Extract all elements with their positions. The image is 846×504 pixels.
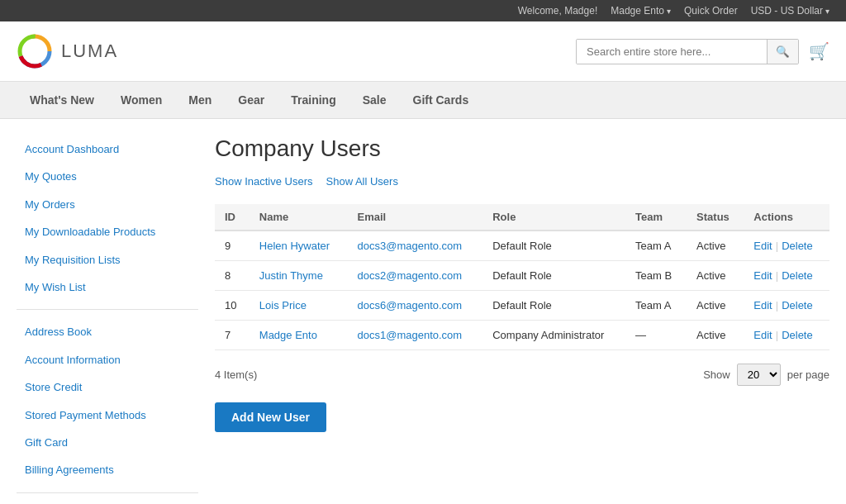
sidebar-item-store-credit[interactable]: Store Credit [17, 373, 198, 401]
add-new-user-button[interactable]: Add New User [215, 402, 326, 432]
sidebar-group-0: Account DashboardMy QuotesMy OrdersMy Do… [17, 136, 198, 310]
content: Company Users Show Inactive UsersShow Al… [215, 136, 829, 504]
quick-order-link[interactable]: Quick Order [684, 5, 738, 17]
col-header-role: Role [482, 204, 625, 231]
cell-name: Helen Hywater [250, 231, 348, 261]
nav-item-training[interactable]: Training [278, 82, 349, 118]
cell-id: 8 [215, 261, 250, 291]
edit-link[interactable]: Edit [753, 269, 772, 282]
sidebar-item-my-quotes[interactable]: My Quotes [17, 163, 198, 190]
nav-item-gear[interactable]: Gear [225, 82, 278, 118]
sidebar-group-1: Address BookAccount InformationStore Cre… [17, 318, 198, 492]
sidebar-item-my-downloadable-products[interactable]: My Downloadable Products [17, 218, 198, 245]
edit-link[interactable]: Edit [753, 240, 772, 252]
table-row: 7Madge Entodocs1@magento.comCompany Admi… [215, 321, 829, 350]
account-dropdown[interactable]: Madge Ento [611, 5, 671, 17]
sidebar-item-billing-agreements[interactable]: Billing Agreements [17, 456, 198, 483]
col-header-status: Status [687, 204, 744, 231]
main-nav: What's NewWomenMenGearTrainingSaleGift C… [0, 82, 846, 119]
welcome-message: Welcome, Madge! [518, 5, 598, 17]
cell-actions: Edit|Delete [744, 321, 829, 350]
edit-link[interactable]: Edit [753, 329, 772, 341]
top-bar: Welcome, Madge! Madge Ento Quick Order U… [0, 0, 846, 21]
users-table: IDNameEmailRoleTeamStatusActions9Helen H… [215, 204, 829, 350]
cell-id: 10 [215, 291, 250, 321]
sidebar-item-account-information[interactable]: Account Information [17, 346, 198, 373]
show-label: Show [703, 368, 730, 381]
sidebar-item-my-requisition-lists[interactable]: My Requisition Lists [17, 246, 198, 273]
sidebar-item-stored-payment-methods[interactable]: Stored Payment Methods [17, 402, 198, 429]
cell-actions: Edit|Delete [744, 291, 829, 321]
per-page-control: Show 201050 per page [703, 364, 829, 386]
col-header-actions: Actions [744, 204, 829, 231]
per-page-select[interactable]: 201050 [737, 364, 781, 386]
col-header-id: ID [215, 204, 250, 231]
cell-team: — [625, 321, 687, 350]
search-input[interactable] [577, 40, 767, 64]
filter-link-show-inactive[interactable]: Show Inactive Users [215, 175, 313, 188]
cell-role: Default Role [482, 291, 625, 321]
search-button[interactable]: 🔍 [767, 40, 798, 64]
cell-email: docs1@magento.com [348, 321, 483, 350]
cell-team: Team A [625, 231, 687, 261]
delete-link[interactable]: Delete [782, 269, 813, 282]
cell-status: Active [687, 321, 744, 350]
cell-role: Company Administrator [482, 321, 625, 350]
page-title: Company Users [215, 136, 829, 162]
logo[interactable]: LUMA [17, 33, 118, 69]
cell-actions: Edit|Delete [744, 231, 829, 261]
table-row: 9Helen Hywaterdocs3@magento.comDefault R… [215, 231, 829, 261]
header: LUMA 🔍 🛒 [0, 21, 846, 82]
sidebar-item-address-book[interactable]: Address Book [17, 318, 198, 345]
sidebar-item-my-orders[interactable]: My Orders [17, 191, 198, 218]
cell-team: Team B [625, 261, 687, 291]
main-container: Account DashboardMy QuotesMy OrdersMy Do… [0, 119, 846, 504]
delete-link[interactable]: Delete [782, 299, 813, 311]
cell-email: docs2@magento.com [348, 261, 483, 291]
nav-item-sale[interactable]: Sale [349, 82, 400, 118]
action-separator: | [776, 240, 778, 252]
cell-id: 9 [215, 231, 250, 261]
col-header-team: Team [625, 204, 687, 231]
currency-dropdown[interactable]: USD - US Dollar [751, 5, 829, 17]
sidebar-item-gift-card[interactable]: Gift Card [17, 429, 198, 456]
action-separator: | [776, 269, 778, 282]
sidebar-item-account-dashboard[interactable]: Account Dashboard [17, 136, 198, 163]
table-row: 8Justin Thymedocs2@magento.comDefault Ro… [215, 261, 829, 291]
cell-status: Active [687, 291, 744, 321]
cell-name: Justin Thyme [250, 261, 348, 291]
nav-item-men[interactable]: Men [175, 82, 225, 118]
nav-item-gift-cards[interactable]: Gift Cards [400, 82, 482, 118]
logo-text: LUMA [61, 40, 118, 62]
cell-name: Lois Price [250, 291, 348, 321]
filter-link-show-all[interactable]: Show All Users [326, 175, 398, 188]
cell-status: Active [687, 261, 744, 291]
action-separator: | [776, 299, 778, 311]
delete-link[interactable]: Delete [782, 329, 813, 341]
search-bar: 🔍 [576, 39, 799, 64]
cell-email: docs6@magento.com [348, 291, 483, 321]
cart-icon[interactable]: 🛒 [809, 41, 829, 61]
item-count: 4 Item(s) [215, 368, 257, 381]
cell-role: Default Role [482, 261, 625, 291]
action-separator: | [776, 329, 778, 341]
sidebar: Account DashboardMy QuotesMy OrdersMy Do… [17, 136, 198, 504]
logo-icon [17, 33, 53, 69]
table-row: 10Lois Pricedocs6@magento.comDefault Rol… [215, 291, 829, 321]
nav-item-women[interactable]: Women [107, 82, 175, 118]
col-header-email: Email [348, 204, 483, 231]
cell-id: 7 [215, 321, 250, 350]
cell-team: Team A [625, 291, 687, 321]
cell-name: Madge Ento [250, 321, 348, 350]
sidebar-item-my-wish-list[interactable]: My Wish List [17, 273, 198, 301]
edit-link[interactable]: Edit [753, 299, 772, 311]
filter-links: Show Inactive UsersShow All Users [215, 175, 829, 188]
col-header-name: Name [250, 204, 348, 231]
cell-role: Default Role [482, 231, 625, 261]
cell-actions: Edit|Delete [744, 261, 829, 291]
cell-email: docs3@magento.com [348, 231, 483, 261]
per-page-label: per page [787, 368, 829, 381]
delete-link[interactable]: Delete [782, 240, 813, 252]
cell-status: Active [687, 231, 744, 261]
nav-item-whats-new[interactable]: What's New [17, 82, 107, 118]
